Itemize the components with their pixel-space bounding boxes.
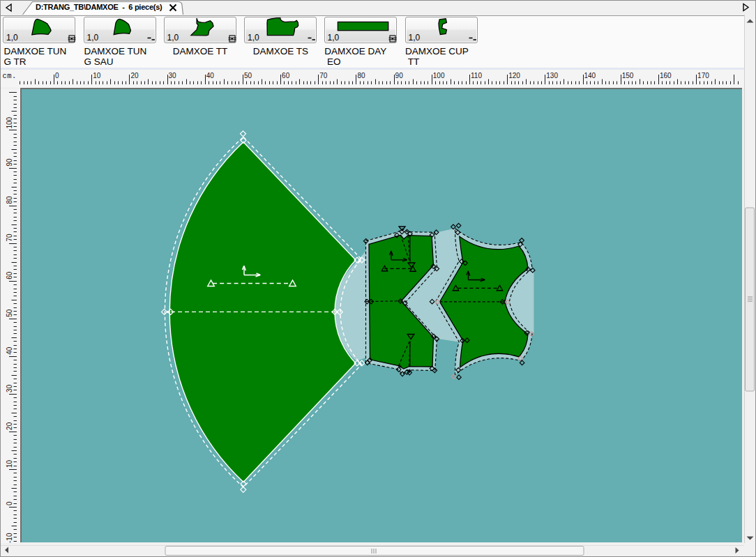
svg-text:90: 90 (395, 72, 404, 79)
svg-text:140: 140 (584, 72, 596, 79)
svg-text:80: 80 (357, 72, 365, 79)
svg-text:70: 70 (319, 72, 328, 79)
svg-text:150: 150 (622, 72, 634, 79)
svg-text:60: 60 (6, 271, 13, 280)
svg-text:20: 20 (6, 422, 13, 430)
svg-text:50: 50 (244, 72, 252, 79)
svg-text:0: 0 (55, 72, 59, 79)
svg-text:70: 70 (6, 234, 13, 242)
svg-text:110: 110 (471, 72, 482, 79)
svg-text:40: 40 (206, 72, 215, 79)
svg-text:100: 100 (6, 116, 13, 128)
svg-text:60: 60 (282, 72, 290, 79)
svg-text:10: 10 (93, 72, 101, 79)
svg-text:30: 30 (169, 72, 177, 79)
svg-text:20: 20 (130, 72, 139, 79)
svg-text:40: 40 (6, 346, 13, 355)
svg-text:80: 80 (6, 196, 13, 204)
svg-text:100: 100 (433, 72, 445, 79)
svg-text:130: 130 (546, 72, 558, 79)
svg-text:cm.: cm. (3, 72, 17, 80)
svg-text:160: 160 (660, 72, 672, 79)
svg-text:50: 50 (6, 309, 13, 317)
svg-text:120: 120 (508, 72, 520, 79)
svg-text:170: 170 (697, 72, 709, 79)
svg-text:-10: -10 (6, 533, 13, 543)
svg-text:0: 0 (6, 501, 13, 505)
svg-text:30: 30 (6, 384, 13, 392)
svg-text:90: 90 (6, 158, 13, 167)
svg-text:10: 10 (6, 459, 13, 468)
